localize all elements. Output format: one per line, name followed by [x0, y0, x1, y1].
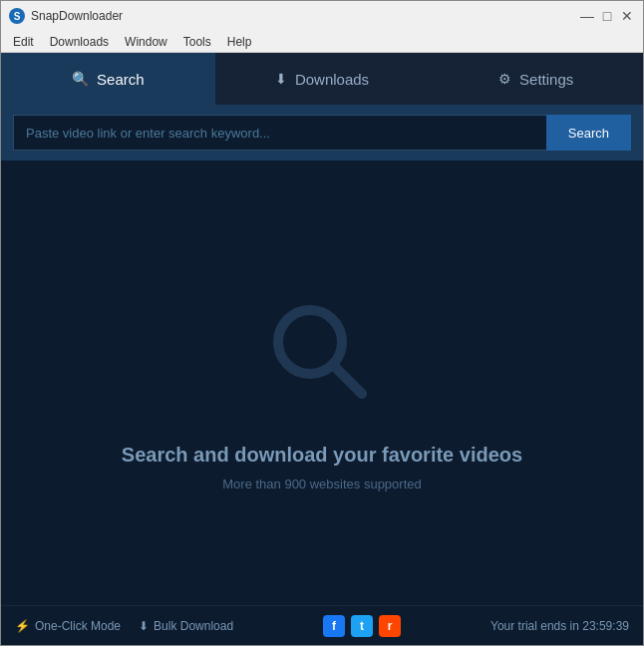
one-click-mode[interactable]: ⚡ One-Click Mode: [15, 619, 121, 633]
status-left: ⚡ One-Click Mode ⬇ Bulk Download: [15, 619, 233, 633]
app-title: SnapDownloader: [31, 9, 123, 23]
bulk-download-icon: ⬇: [139, 619, 149, 633]
main-title: Search and download your favorite videos: [122, 444, 522, 467]
reddit-icon[interactable]: r: [379, 615, 401, 637]
main-subtitle: More than 900 websites supported: [222, 477, 421, 491]
search-button[interactable]: Search: [546, 115, 631, 151]
trial-text: Your trial ends in 23:59:39: [490, 619, 629, 633]
minimize-button[interactable]: —: [579, 8, 595, 24]
search-input[interactable]: [13, 115, 546, 151]
tab-settings[interactable]: ⚙ Settings: [429, 53, 643, 105]
one-click-icon: ⚡: [15, 619, 30, 633]
menu-window[interactable]: Window: [117, 31, 175, 52]
menu-downloads[interactable]: Downloads: [42, 31, 117, 52]
social-icons: f t r: [323, 615, 401, 637]
menu-help[interactable]: Help: [219, 31, 260, 52]
title-bar-left: S SnapDownloader: [9, 8, 123, 24]
bulk-download[interactable]: ⬇ Bulk Download: [139, 619, 233, 633]
search-tab-icon: 🔍: [72, 71, 89, 87]
svg-line-1: [334, 366, 362, 394]
app-window: S SnapDownloader — □ ✕ Edit Downloads Wi…: [0, 0, 644, 646]
downloads-tab-icon: ⬇: [275, 71, 287, 87]
tab-downloads-label: Downloads: [295, 71, 369, 88]
one-click-label: One-Click Mode: [35, 619, 121, 633]
tab-settings-label: Settings: [519, 71, 573, 88]
close-button[interactable]: ✕: [619, 8, 635, 24]
tab-bar: 🔍 Search ⬇ Downloads ⚙ Settings: [1, 53, 643, 105]
menu-edit[interactable]: Edit: [5, 31, 42, 52]
tab-search-label: Search: [97, 71, 145, 88]
main-content: Search and download your favorite videos…: [1, 161, 643, 605]
tab-downloads[interactable]: ⬇ Downloads: [215, 53, 430, 105]
twitter-icon[interactable]: t: [351, 615, 373, 637]
facebook-icon[interactable]: f: [323, 615, 345, 637]
menu-tools[interactable]: Tools: [175, 31, 219, 52]
menu-bar: Edit Downloads Window Tools Help: [1, 31, 643, 53]
tab-search[interactable]: 🔍 Search: [1, 53, 215, 105]
app-icon: S: [9, 8, 25, 24]
title-bar: S SnapDownloader — □ ✕: [1, 1, 643, 31]
bulk-download-label: Bulk Download: [154, 619, 233, 633]
large-search-icon: [262, 294, 382, 414]
window-controls: — □ ✕: [579, 8, 635, 24]
search-bar: Search: [1, 105, 643, 161]
settings-tab-icon: ⚙: [498, 71, 511, 87]
maximize-button[interactable]: □: [599, 8, 615, 24]
status-bar: ⚡ One-Click Mode ⬇ Bulk Download f t r Y…: [1, 605, 643, 645]
